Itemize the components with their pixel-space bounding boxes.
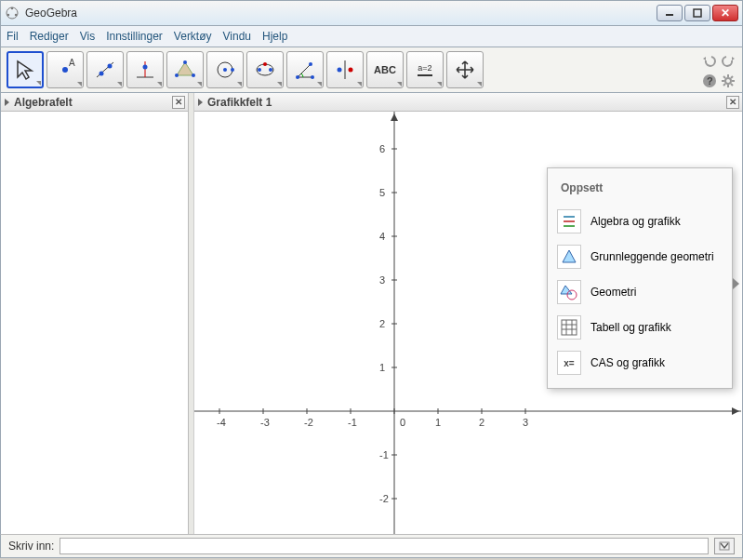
svg-point-21: [258, 68, 261, 72]
svg-text:1: 1: [435, 417, 441, 428]
algebra-panel-title: Algebrafelt: [14, 96, 73, 109]
perspective-spreadsheet-graphics[interactable]: Tabell og grafikk: [548, 310, 732, 345]
tool-slider[interactable]: a=2: [406, 51, 444, 88]
chevron-right-icon: [5, 99, 9, 106]
menu-hjelp[interactable]: Hjelp: [262, 30, 287, 43]
svg-text:6: 6: [379, 143, 385, 154]
algebra-panel-header[interactable]: Algebrafelt ✕: [1, 93, 188, 112]
shapes-icon: [557, 280, 581, 304]
maximize-button[interactable]: [684, 5, 710, 21]
menu-vis[interactable]: Vis: [80, 30, 95, 43]
svg-point-14: [183, 60, 187, 64]
input-label: Skriv inn:: [8, 540, 54, 553]
svg-line-39: [723, 84, 725, 86]
svg-text:3: 3: [379, 274, 385, 286]
svg-text:A: A: [69, 59, 75, 68]
svg-point-29: [349, 68, 353, 73]
minimize-button[interactable]: [657, 5, 683, 21]
svg-text:?: ?: [707, 75, 713, 87]
svg-point-16: [175, 73, 179, 77]
svg-text:0: 0: [400, 417, 405, 428]
svg-point-1: [7, 14, 9, 16]
svg-point-2: [15, 14, 17, 16]
graph-close-button[interactable]: ✕: [726, 96, 739, 109]
svg-text:-3: -3: [260, 417, 270, 428]
graph-panel-title: Grafikkfelt 1: [207, 96, 272, 109]
menu-rediger[interactable]: Rediger: [30, 30, 69, 43]
svg-text:-1: -1: [379, 449, 389, 460]
svg-point-32: [725, 78, 731, 84]
svg-text:2: 2: [379, 318, 385, 329]
algebra-body[interactable]: [1, 112, 188, 534]
tool-pan[interactable]: [446, 51, 484, 88]
svg-point-22: [269, 68, 272, 72]
tool-ellipse[interactable]: [246, 51, 284, 88]
app-icon: [5, 6, 20, 20]
svg-text:1: 1: [379, 362, 385, 373]
tool-circle[interactable]: [206, 51, 244, 88]
graphics-view[interactable]: -4-3-2-10123-2-1123456 Oppsett Algebra o…: [194, 112, 742, 534]
svg-text:-2: -2: [304, 417, 313, 428]
popup-heading: Oppsett: [548, 176, 732, 204]
settings-gear-icon[interactable]: [720, 73, 736, 89]
menu-verktoy[interactable]: Verktøy: [174, 30, 212, 43]
chevron-right-icon: [198, 99, 203, 106]
perspective-basic-geometry[interactable]: Grunnleggende geometri: [548, 239, 732, 274]
perspective-geometry[interactable]: Geometri: [548, 274, 732, 310]
svg-point-10: [108, 64, 113, 69]
graph-panel-header[interactable]: Grafikkfelt 1 ✕: [194, 93, 742, 112]
cas-icon: x=: [557, 351, 581, 375]
perspective-label: Tabell og grafikk: [590, 321, 671, 334]
svg-line-37: [723, 76, 725, 78]
svg-point-3: [11, 7, 13, 9]
svg-point-25: [309, 62, 312, 66]
svg-text:3: 3: [523, 417, 528, 428]
perspective-algebra-graphics[interactable]: Algebra og grafikk: [548, 204, 732, 239]
tool-point[interactable]: A: [46, 51, 84, 88]
svg-point-6: [62, 67, 68, 73]
perspectives-popup: Oppsett Algebra og grafikk Grunnleggende…: [547, 167, 733, 389]
perspective-label: CAS og grafikk: [590, 356, 665, 369]
graph-panel: Grafikkfelt 1 ✕ -4-3-2-10123-2-1123456 O…: [194, 93, 742, 534]
svg-text:2: 2: [479, 417, 484, 428]
list-icon: [557, 209, 581, 233]
help-icon[interactable]: ?: [701, 73, 718, 89]
svg-point-9: [100, 72, 104, 76]
tool-reflect[interactable]: [326, 51, 364, 88]
redo-button[interactable]: [720, 52, 736, 69]
svg-text:-2: -2: [379, 493, 389, 504]
tool-move[interactable]: [7, 51, 44, 88]
spreadsheet-icon: [557, 315, 581, 340]
algebra-panel: Algebrafelt ✕: [1, 93, 189, 534]
svg-rect-79: [562, 320, 577, 335]
svg-text:-4: -4: [217, 417, 226, 428]
tool-text[interactable]: ABC: [366, 51, 404, 88]
toolbar: A ABC a=2: [0, 47, 743, 93]
svg-point-15: [192, 73, 195, 77]
menu-fil[interactable]: Fil: [7, 30, 19, 43]
menu-innstillinger[interactable]: Innstillinger: [106, 30, 163, 43]
svg-line-38: [731, 84, 733, 86]
svg-point-78: [567, 290, 577, 300]
tool-perpendicular[interactable]: [126, 51, 164, 88]
svg-point-23: [263, 62, 267, 66]
input-bar: Skriv inn:: [0, 534, 743, 558]
tool-polygon[interactable]: [166, 51, 204, 88]
command-input[interactable]: [60, 538, 709, 554]
svg-line-40: [731, 76, 733, 78]
workspace: Algebrafelt ✕ Grafikkfelt 1 ✕ -4-3-2-101…: [0, 93, 743, 534]
algebra-close-button[interactable]: ✕: [172, 96, 185, 109]
popup-expand-handle[interactable]: [733, 278, 739, 289]
input-history-button[interactable]: [714, 538, 735, 554]
perspective-cas-graphics[interactable]: x= CAS og grafikk: [548, 345, 732, 380]
svg-point-13: [143, 65, 148, 70]
window-titlebar: GeoGebra ✕: [0, 0, 743, 26]
tool-line[interactable]: [86, 51, 124, 88]
menu-vindu[interactable]: Vindu: [223, 30, 251, 43]
svg-rect-5: [694, 9, 701, 17]
close-button[interactable]: ✕: [712, 5, 738, 21]
menubar: Fil Rediger Vis Innstillinger Verktøy Vi…: [0, 26, 743, 47]
undo-button[interactable]: [701, 52, 718, 69]
svg-text:5: 5: [379, 187, 385, 198]
tool-angle[interactable]: [286, 51, 324, 88]
